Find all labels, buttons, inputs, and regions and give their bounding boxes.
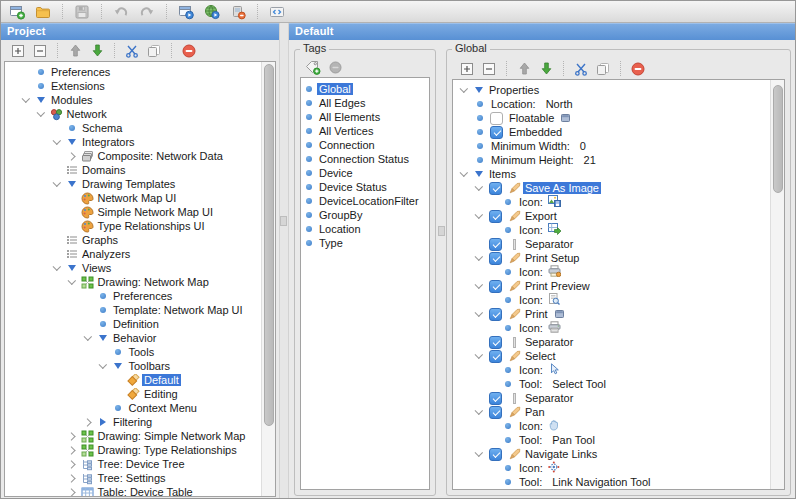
tree-expander-open[interactable] bbox=[66, 279, 79, 285]
item-tool-row[interactable]: Tool:Select Tool bbox=[453, 377, 771, 391]
tree-expander-open[interactable] bbox=[472, 451, 485, 457]
tree-expander-open[interactable] bbox=[35, 111, 48, 117]
item-tool-row[interactable]: Tool:Pan Tool bbox=[453, 433, 771, 447]
project-tree-row[interactable]: Editing bbox=[5, 387, 262, 401]
project-tree-row[interactable]: Schema bbox=[5, 121, 262, 135]
tag-list-item[interactable]: Connection bbox=[301, 138, 429, 152]
tag-list-item[interactable]: DeviceLocationFilter bbox=[301, 194, 429, 208]
move-up-button[interactable] bbox=[64, 42, 86, 59]
checkbox-checked[interactable] bbox=[490, 126, 503, 139]
project-tree-row[interactable]: Drawing: Type Relationships bbox=[5, 443, 262, 457]
property-value[interactable]: 0 bbox=[580, 140, 586, 152]
stop-button[interactable] bbox=[225, 2, 251, 21]
tag-list-item[interactable]: Connection Status bbox=[301, 152, 429, 166]
item-icon-row[interactable]: Icon: bbox=[453, 265, 771, 279]
item-icon-row[interactable]: Icon: bbox=[453, 293, 771, 307]
project-tree-row[interactable]: Tools bbox=[5, 345, 262, 359]
tree-expander-open[interactable] bbox=[472, 353, 485, 359]
global-group-row[interactable]: Items bbox=[453, 167, 771, 181]
show-console-button[interactable] bbox=[264, 2, 290, 21]
tag-list-item[interactable]: All Elements bbox=[301, 110, 429, 124]
copy-button[interactable] bbox=[143, 42, 165, 59]
tree-expander-open[interactable] bbox=[472, 311, 485, 317]
move-down-button[interactable] bbox=[86, 42, 108, 59]
checkbox-checked[interactable] bbox=[489, 350, 502, 363]
checkbox-checked[interactable] bbox=[489, 336, 502, 349]
tree-expander-open[interactable] bbox=[472, 283, 485, 289]
tag-list-item[interactable]: Location bbox=[301, 222, 429, 236]
project-tree-row[interactable]: Filtering bbox=[5, 415, 262, 429]
project-tree-row[interactable]: Extensions bbox=[5, 79, 262, 93]
project-tree-row[interactable]: Preferences bbox=[5, 289, 262, 303]
property-value[interactable]: 21 bbox=[584, 154, 596, 166]
separator-item-row[interactable]: Separator bbox=[453, 335, 771, 349]
global-group-row[interactable]: Properties bbox=[453, 83, 771, 97]
item-icon-row[interactable]: Icon: bbox=[453, 321, 771, 335]
checkbox-checked[interactable] bbox=[489, 308, 502, 321]
item-icon-row[interactable]: Icon: bbox=[453, 363, 771, 377]
tree-expander-closed[interactable] bbox=[66, 461, 79, 467]
project-tree-row[interactable]: Context Menu bbox=[5, 401, 262, 415]
tool-property-value[interactable]: Pan Tool bbox=[552, 434, 595, 446]
tree-expander-open[interactable] bbox=[81, 335, 94, 341]
tags-global-splitter[interactable] bbox=[436, 44, 446, 496]
remove-tag-button[interactable] bbox=[324, 59, 346, 76]
tree-expander-open[interactable] bbox=[19, 97, 32, 103]
tag-list-item[interactable]: All Vertices bbox=[301, 124, 429, 138]
global-scrollbar-thumb[interactable] bbox=[773, 85, 783, 193]
toolbar-item-row[interactable]: Navigate Links bbox=[453, 447, 771, 461]
project-tree-row[interactable]: Simple Network Map UI bbox=[5, 205, 262, 219]
project-tree-row[interactable]: Toolbars bbox=[5, 359, 262, 373]
project-tree-row[interactable]: Definition bbox=[5, 317, 262, 331]
property-checkbox-row[interactable]: Embedded bbox=[453, 125, 771, 139]
project-tree-row[interactable]: Drawing: Network Map bbox=[5, 275, 262, 289]
collapse-all-button[interactable] bbox=[29, 42, 51, 59]
project-scrollbar[interactable] bbox=[261, 62, 275, 496]
checkbox-checked[interactable] bbox=[489, 280, 502, 293]
project-scrollbar-thumb[interactable] bbox=[264, 64, 274, 426]
tag-list-item[interactable]: GroupBy bbox=[301, 208, 429, 222]
global-scrollbar[interactable] bbox=[770, 80, 784, 489]
toolbar-item-row[interactable]: Pan bbox=[453, 405, 771, 419]
checkbox-checked[interactable] bbox=[489, 182, 502, 195]
project-tree-row[interactable]: Network Map UI bbox=[5, 191, 262, 205]
remove-button[interactable] bbox=[178, 42, 200, 59]
new-project-button[interactable] bbox=[4, 2, 30, 21]
expand-all-button[interactable] bbox=[7, 42, 29, 59]
toolbar-item-row[interactable]: Select bbox=[453, 349, 771, 363]
property-row[interactable]: Minimum Width:0 bbox=[453, 139, 771, 153]
project-tree-row[interactable]: Graphs bbox=[5, 233, 262, 247]
property-row[interactable]: Minimum Height:21 bbox=[453, 153, 771, 167]
tool-property-value[interactable]: Link Navigation Tool bbox=[552, 476, 650, 488]
tree-expander-closed[interactable] bbox=[66, 489, 79, 495]
icon-property-value[interactable] bbox=[548, 223, 561, 237]
run-web-button[interactable] bbox=[199, 2, 225, 21]
toolbar-item-row[interactable]: Save As Image bbox=[453, 181, 771, 195]
item-icon-row[interactable]: Icon: bbox=[453, 461, 771, 475]
project-tree-row[interactable]: Drawing Templates bbox=[5, 177, 262, 191]
item-icon-row[interactable]: Icon: bbox=[453, 195, 771, 209]
icon-property-value[interactable] bbox=[548, 461, 561, 475]
toolbar-item-row[interactable]: Print Preview bbox=[453, 279, 771, 293]
item-icon-row[interactable]: Icon: bbox=[453, 419, 771, 433]
separator-item-row[interactable]: Separator bbox=[453, 237, 771, 251]
icon-property-value[interactable] bbox=[548, 363, 560, 377]
project-tree-row[interactable]: Default bbox=[5, 373, 262, 387]
tree-expander-open[interactable] bbox=[472, 213, 485, 219]
property-value[interactable]: North bbox=[546, 98, 573, 110]
checkbox-checked[interactable] bbox=[489, 238, 502, 251]
checkbox-unchecked[interactable] bbox=[490, 112, 503, 125]
redo-button[interactable] bbox=[134, 2, 160, 21]
checkbox-checked[interactable] bbox=[489, 392, 502, 405]
tree-expander-open[interactable] bbox=[97, 363, 110, 369]
project-tree-row[interactable]: Modules bbox=[5, 93, 262, 107]
project-tree-row[interactable]: Tree: Device Tree bbox=[5, 457, 262, 471]
open-project-button[interactable] bbox=[30, 2, 56, 21]
add-tag-button[interactable] bbox=[302, 59, 324, 76]
tag-list-item[interactable]: Type bbox=[301, 236, 429, 250]
collapse-all-button[interactable] bbox=[478, 60, 500, 77]
item-tool-row[interactable]: Tool:Link Navigation Tool bbox=[453, 475, 771, 489]
cut-button[interactable] bbox=[121, 42, 143, 59]
tag-list-item[interactable]: Global bbox=[301, 82, 429, 96]
copy-button[interactable] bbox=[592, 60, 614, 77]
